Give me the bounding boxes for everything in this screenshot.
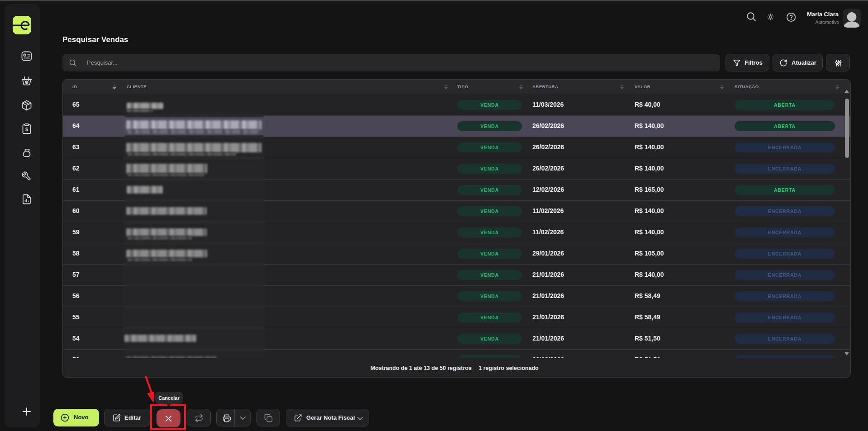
- svg-text:$: $: [25, 127, 28, 132]
